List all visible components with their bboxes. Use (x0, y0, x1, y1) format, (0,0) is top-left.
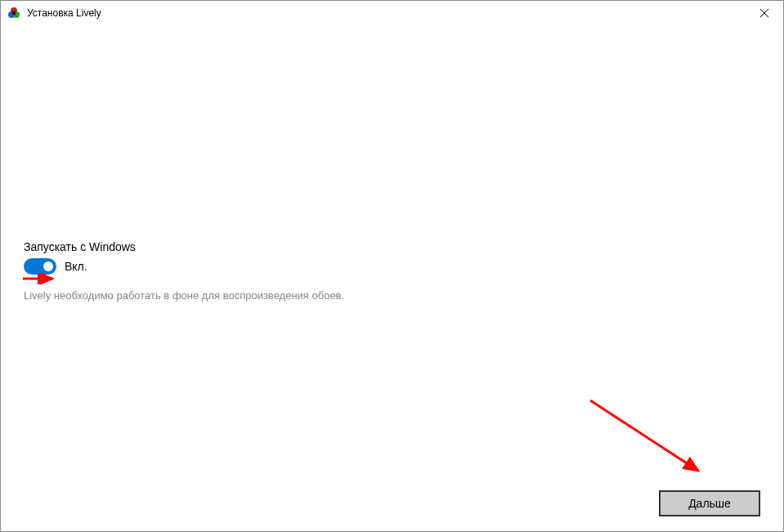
next-button-label: Дальше (688, 497, 731, 510)
toggle-knob (43, 262, 53, 271)
svg-point-3 (12, 11, 16, 16)
window-title: Установка Lively (27, 7, 101, 19)
setting-description: Lively необходимо работать в фоне для во… (24, 289, 344, 302)
titlebar: Установка Lively (1, 1, 783, 25)
setting-title: Запускать с Windows (24, 240, 344, 253)
annotation-arrow-large (582, 394, 713, 484)
toggle-row: Вкл. (24, 258, 344, 275)
content-area: Запускать с Windows Вкл. Lively необходи… (24, 240, 344, 302)
next-button[interactable]: Дальше (659, 490, 760, 516)
svg-line-9 (590, 400, 698, 471)
toggle-state-label: Вкл. (65, 260, 87, 273)
startup-toggle[interactable] (24, 258, 56, 275)
close-button[interactable] (746, 1, 783, 25)
close-icon (760, 9, 768, 17)
app-icon (7, 7, 20, 20)
